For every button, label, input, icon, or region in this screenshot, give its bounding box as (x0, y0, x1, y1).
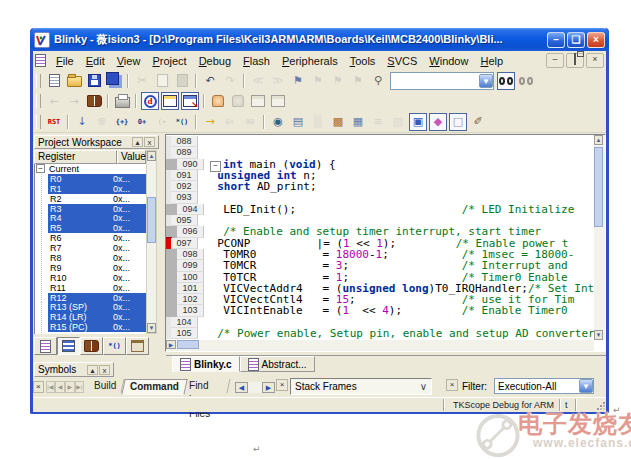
menu-file[interactable]: File (50, 54, 80, 68)
code-coverage-button[interactable]: ▒ (309, 113, 327, 131)
register-row[interactable]: R00x... (35, 174, 147, 184)
find-next-button[interactable] (517, 72, 535, 90)
register-row[interactable]: R60x... (35, 233, 147, 243)
line-number[interactable]: 099 (177, 260, 204, 271)
step-into-button[interactable]: {+} (113, 113, 131, 131)
enable-breakpoint-button[interactable] (249, 92, 267, 110)
output-hscrollbar[interactable]: ◀ ▶ (235, 382, 275, 393)
back-button[interactable]: ← (45, 92, 63, 110)
mdi-close-button[interactable]: × (586, 53, 604, 68)
menu-svcs[interactable]: SVCS (381, 54, 423, 68)
update-windows-button[interactable]: ✐ (469, 113, 487, 131)
code-line[interactable]: 105 /* Power enable, Setup pin, enable a… (166, 328, 594, 339)
editor-tab-abstract[interactable]: Abstract... (240, 356, 315, 372)
forward-button[interactable]: → (65, 92, 83, 110)
reset-button[interactable]: RST (45, 113, 63, 131)
scroll-down-button[interactable]: ▼ (594, 330, 603, 340)
close-stack-button[interactable]: × (276, 379, 288, 391)
stop-button[interactable]: ⊗ (93, 113, 111, 131)
print-button[interactable] (113, 92, 131, 110)
tab-scroll-next-button[interactable]: ▶ (65, 381, 75, 393)
show-next-statement-button[interactable]: → (201, 113, 219, 131)
symbols-titlebar[interactable]: Symbols ▴ x (34, 362, 114, 377)
debug-session-button[interactable]: d (141, 92, 159, 110)
workspace-scrollbar[interactable]: ▲ ▼ (146, 150, 157, 334)
run-to-cursor-button[interactable]: *() (173, 113, 191, 131)
code-line[interactable]: 092 short AD_print; (166, 181, 594, 192)
column-register[interactable]: Register (34, 150, 117, 164)
close-button[interactable]: × (587, 32, 605, 48)
line-number[interactable]: 102 (177, 294, 204, 305)
find-in-target-button[interactable]: ⚲ (369, 72, 387, 90)
toolbar-grip[interactable] (36, 115, 41, 129)
toolbar-grip[interactable] (36, 74, 41, 88)
scroll-up-button[interactable]: ▲ (594, 135, 603, 145)
register-row[interactable]: R80x... (35, 253, 147, 263)
mdi-restore-button[interactable] (566, 53, 584, 68)
menu-window[interactable]: Window (423, 54, 474, 68)
line-number[interactable]: 088 (171, 136, 198, 147)
output-tab-build[interactable]: Build (87, 379, 125, 393)
search-combobox[interactable]: ▼ (390, 72, 494, 90)
scroll-thumb[interactable] (594, 147, 603, 227)
output-tab-find-in-files[interactable]: Find in Files (185, 379, 231, 393)
editor-tab-blinkyc[interactable]: Blinky.c (172, 356, 240, 372)
scroll-right-button[interactable]: ▶ (166, 340, 176, 349)
paste-button[interactable] (173, 72, 191, 90)
editor-vscrollbar[interactable]: ▲ ▼ (594, 135, 605, 340)
books-button[interactable] (85, 92, 103, 110)
register-row[interactable]: R30x... (35, 204, 147, 214)
title-bar[interactable]: Blinky - 薇ision3 - [D:\Program Files\Kei… (30, 28, 609, 51)
trace-window-button[interactable]: 0≣ (241, 113, 259, 131)
target-options-button[interactable] (181, 92, 199, 110)
memory-window-button[interactable]: ▦ (349, 113, 367, 131)
register-row[interactable]: R110x... (35, 283, 147, 293)
register-row[interactable]: R50x... (35, 223, 147, 233)
restore-views-button[interactable]: □ (449, 113, 467, 131)
minimize-button[interactable]: – (547, 32, 565, 48)
toggle-bookmark-button[interactable]: ⚑ (289, 72, 307, 90)
mdi-minimize-button[interactable]: – (546, 53, 564, 68)
menu-help[interactable]: Help (474, 54, 509, 68)
outdent-button[interactable]: ≪ (249, 72, 267, 90)
line-number[interactable]: 093 (171, 192, 198, 203)
performance-analyzer-button[interactable]: ▩ (329, 113, 347, 131)
stack-frames-panel[interactable]: Stack Frames ∨ (290, 378, 432, 395)
disable-breakpoints-button[interactable] (269, 92, 287, 110)
prev-bookmark-button[interactable]: ⚑ (329, 72, 347, 90)
register-row[interactable]: R90x... (35, 263, 147, 273)
workspace-registers-tab[interactable] (57, 337, 80, 355)
register-row[interactable]: R120x... (35, 293, 147, 303)
insert-breakpoint-button[interactable] (209, 92, 227, 110)
workspace-books-tab[interactable] (80, 337, 103, 355)
new-file-button[interactable] (45, 72, 63, 90)
step-out-button[interactable]: (+ (153, 113, 171, 131)
line-number[interactable]: 094 (177, 204, 204, 215)
undo-button[interactable]: ↶ (201, 72, 219, 90)
column-value[interactable]: Value (117, 150, 146, 164)
menu-view[interactable]: View (111, 54, 147, 68)
tab-scroll-last-button[interactable]: ▶| (75, 381, 85, 393)
register-row[interactable]: R13 (SP)0x... (35, 302, 147, 312)
line-number[interactable]: 092 (171, 181, 198, 192)
scroll-down-button[interactable]: ▼ (147, 323, 156, 333)
search-input[interactable] (391, 75, 479, 87)
collapse-icon[interactable]: − (36, 164, 45, 173)
code-line[interactable]: 103 VICIntEnable = (1 << 4); /* Enable T… (166, 305, 594, 316)
menu-debug[interactable]: Debug (193, 54, 237, 68)
line-number[interactable]: 105 (171, 328, 198, 339)
copy-button[interactable] (153, 72, 171, 90)
system-viewer-button[interactable]: ▣ (409, 113, 427, 131)
line-number[interactable]: 104 (171, 317, 198, 328)
toolbox-button[interactable]: ◆ (429, 113, 447, 131)
pin-panel-button[interactable]: ▴ (87, 365, 98, 375)
filter-combobox[interactable]: Execution-All ▼ (494, 378, 594, 394)
line-number[interactable]: 089 (171, 147, 198, 158)
line-number[interactable]: 103 (177, 305, 204, 316)
run-button[interactable]: ↓ (73, 113, 91, 131)
trace-records-button[interactable]: ≣+ (221, 113, 239, 131)
chevron-down-icon[interactable]: ∨ (420, 381, 427, 392)
disassembly-window-button[interactable]: ◉ (269, 113, 287, 131)
line-number[interactable]: 097 (171, 238, 198, 249)
project-workspace-titlebar[interactable]: Project Workspace ▴ x (34, 135, 159, 149)
